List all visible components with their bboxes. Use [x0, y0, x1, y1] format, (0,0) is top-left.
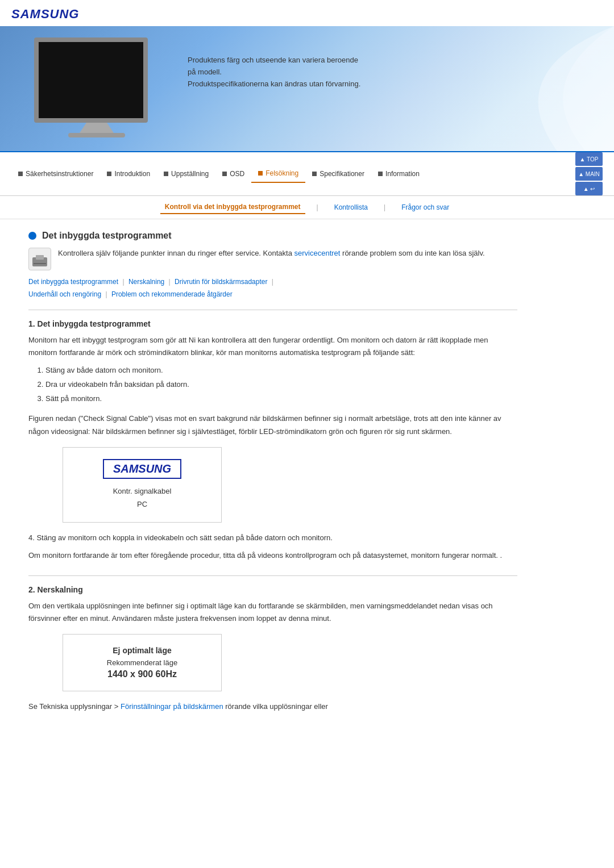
nav-label-information: Information — [385, 170, 420, 178]
samsung-check-box: SAMSUNG Kontr. signalkabel PC — [63, 447, 222, 523]
step-2: Dra ur videokabeln från baksidan på dato… — [45, 378, 517, 392]
subnav-kontrollista[interactable]: Kontrollista — [330, 201, 372, 214]
banner: Produktens färg och utseende kan variera… — [0, 26, 614, 151]
banner-line2: på modell. — [188, 66, 360, 78]
step-1: Stäng av både datorn och monitorn. — [45, 364, 517, 378]
nav-item-specifikationer[interactable]: Specifikationer — [305, 165, 371, 182]
section1-para3: Om monitorn fortfarande är tom efter för… — [28, 549, 517, 562]
info-icon — [28, 248, 51, 270]
divider-2 — [28, 575, 517, 576]
nav-bullet-introduktion — [107, 172, 111, 176]
section2-para2: Se Tekniska upplysningar > Förinställnin… — [28, 700, 517, 713]
nav-bullet-specifikationer — [312, 172, 317, 176]
nav-label-specifikationer: Specifikationer — [320, 170, 364, 178]
info-text: Kontrollera själv följande punkter innan… — [58, 248, 485, 260]
section1: 1. Det inbyggda testprogrammet Monitorn … — [28, 319, 517, 561]
optimalt-box: Ej optimalt läge Rekommenderat läge 1440… — [63, 634, 222, 691]
banner-line1: Produktens färg och utseende kan variera… — [188, 55, 360, 66]
samsung-logo: SAMSUNG — [11, 7, 603, 22]
page-title: Det inbyggda testprogrammet — [42, 231, 172, 241]
main-content: Det inbyggda testprogrammet Kontrollera … — [0, 219, 546, 738]
subnav-sep2: | — [384, 203, 385, 211]
nav-label-uppstallning: Uppställning — [171, 170, 209, 178]
section2: 2. Nerskalning Om den vertikala upplösni… — [28, 585, 517, 713]
section2-heading: 2. Nerskalning — [28, 585, 517, 594]
info-text-after: rörande problem som du inte kan lösa sjä… — [340, 249, 484, 257]
section1-step4: 4. Stäng av monitorn och koppla in video… — [28, 532, 517, 544]
navbar: Säkerhetsinstruktioner Introduktion Upps… — [0, 151, 614, 196]
banner-text: Produktens färg och utseende kan variera… — [188, 55, 360, 90]
section1-heading: 1. Det inbyggda testprogrammet — [28, 319, 517, 328]
breadcrumb-link-0[interactable]: Det inbyggda testprogrammet — [28, 278, 118, 286]
bc-sep2: | — [169, 278, 172, 286]
subnav-fragor[interactable]: Frågor och svar — [397, 201, 454, 214]
main-button[interactable]: ▲ MAIN — [575, 167, 603, 181]
monitor-stand — [80, 123, 114, 133]
monitor-screen — [39, 42, 143, 118]
nav-label-felsok: Felsökning — [265, 169, 298, 177]
divider-1 — [28, 310, 517, 310]
bc-sep3: | — [272, 278, 273, 286]
bc-sep1: | — [122, 278, 126, 286]
nav-bullet-uppstallning — [164, 172, 168, 176]
nav-bullet-felsok — [258, 171, 263, 176]
nav-item-information[interactable]: Information — [371, 165, 426, 182]
breadcrumb-link-2[interactable]: Drivrutin för bildskärmsadapter — [175, 278, 267, 286]
monitor-body — [34, 37, 148, 123]
svg-rect-1 — [36, 255, 44, 260]
monitor-illustration — [34, 37, 159, 140]
info-icon-svg — [31, 251, 48, 268]
subnav-kontroll[interactable]: Kontroll via det inbyggda testprogrammet — [160, 201, 305, 214]
top-button[interactable]: ▲ TOP — [575, 152, 603, 166]
nav-bullet-sakerhet — [18, 172, 23, 176]
servicecentret-link[interactable]: servicecentret — [294, 249, 341, 257]
info-text-before: Kontrollera själv följande punkter innan… — [58, 249, 294, 257]
section2-para1: Om den vertikala upplösningen inte befin… — [28, 600, 517, 625]
section1-steps: Stäng av både datorn och monitorn. Dra u… — [45, 364, 517, 406]
breadcrumb-link-1[interactable]: Nerskalning — [128, 278, 164, 286]
nav-item-osd[interactable]: OSD — [215, 165, 251, 182]
section1-para2: Figuren nedan ("Check Signal Cable") vis… — [28, 412, 517, 437]
optimalt-line1: Ej optimalt läge — [74, 646, 210, 655]
svg-rect-2 — [34, 263, 46, 264]
breadcrumb-link-4[interactable]: Problem och rekommenderade åtgärder — [111, 290, 233, 298]
step-3: Sätt på monitorn. — [45, 392, 517, 406]
page-title-section: Det inbyggda testprogrammet — [28, 231, 517, 241]
nav-bullet-osd — [222, 172, 227, 176]
nav-item-felsok[interactable]: Felsökning — [251, 165, 305, 183]
back-button[interactable]: ▲ ↩ — [575, 182, 603, 195]
optimalt-line3: 1440 x 900 60Hz — [74, 669, 210, 679]
subnav: Kontroll via det inbyggda testprogrammet… — [0, 196, 614, 219]
samsung-box-line1: Kontr. signalkabel — [74, 485, 210, 498]
nav-label-sakerhet: Säkerhetsinstruktioner — [26, 170, 93, 178]
nav-item-sakerhet[interactable]: Säkerhetsinstruktioner — [11, 165, 100, 182]
section2-para2-end: rörande vilka upplösningar eller — [223, 702, 328, 711]
samsung-box-logo: SAMSUNG — [103, 459, 181, 479]
monitor-base — [68, 133, 125, 137]
section2-para2-text: Se Tekniska upplysningar > — [28, 702, 121, 711]
nav-label-introduktion: Introduktion — [114, 170, 150, 178]
nav-label-osd: OSD — [230, 170, 244, 178]
title-dot-icon — [28, 232, 36, 240]
section1-para1: Monitorn har ett inbyggt testprogram som… — [28, 334, 517, 359]
subnav-sep1: | — [317, 203, 318, 211]
banner-line3: Produktspecifikationerna kan ändras utan… — [188, 78, 360, 90]
bc-sep4: | — [105, 290, 109, 298]
side-buttons-group: ▲ TOP ▲ MAIN ▲ ↩ — [575, 152, 603, 195]
nav-item-introduktion[interactable]: Introduktion — [100, 165, 157, 182]
samsung-box-line2: PC — [74, 498, 210, 511]
forinst-link[interactable]: Förinställningar på bildskärmen — [121, 702, 223, 711]
header: SAMSUNG — [0, 0, 614, 22]
breadcrumb-link-3[interactable]: Underhåll och rengöring — [28, 290, 101, 298]
breadcrumb-links: Det inbyggda testprogrammet | Nerskalnin… — [28, 276, 517, 301]
banner-curve-svg — [387, 26, 614, 151]
optimalt-line2: Rekommenderat läge — [74, 658, 210, 667]
nav-bullet-information — [378, 172, 383, 176]
nav-item-uppstallning[interactable]: Uppställning — [157, 165, 215, 182]
info-box: Kontrollera själv följande punkter innan… — [28, 248, 517, 270]
